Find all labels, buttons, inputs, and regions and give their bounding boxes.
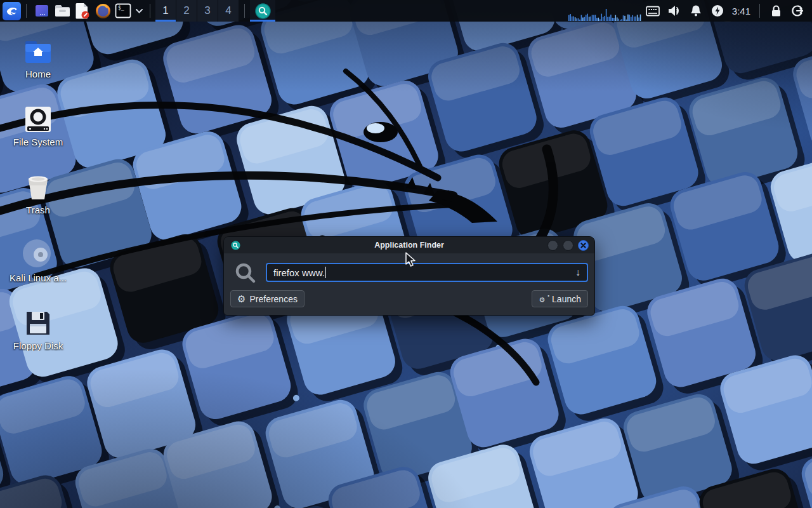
launcher-dashboard[interactable] xyxy=(32,0,52,22)
taskbar-application-finder[interactable] xyxy=(250,0,275,22)
close-icon xyxy=(580,243,586,248)
desktop-icon-trash[interactable]: Trash xyxy=(8,169,69,215)
search-icon xyxy=(234,262,257,284)
terminal-dropdown-button[interactable] xyxy=(133,0,145,22)
preferences-label: Preferences xyxy=(249,294,297,304)
preferences-button[interactable]: ⚙ Preferences xyxy=(230,290,304,307)
maximize-button[interactable] xyxy=(563,240,573,251)
window-title: Application Finder xyxy=(224,241,594,250)
lock-screen-button[interactable] xyxy=(765,0,787,22)
top-panel: $_ 1 2 3 4 xyxy=(0,0,812,22)
clock[interactable]: 3:41 xyxy=(728,6,754,17)
logout-button[interactable] xyxy=(787,0,808,22)
workspace-1[interactable]: 1 xyxy=(155,0,176,22)
run-gear-icon: ⚙ xyxy=(539,297,545,304)
volume-control[interactable] xyxy=(664,0,685,22)
workspace-label: 2 xyxy=(183,4,189,17)
desktop-icon-home[interactable]: Home xyxy=(8,33,69,79)
run-sparkle-icon: • xyxy=(547,293,549,298)
workspace-label: 4 xyxy=(225,4,231,17)
file-manager-icon xyxy=(55,4,70,18)
desktop-icon-label: Trash xyxy=(8,204,69,215)
home-folder-icon xyxy=(8,33,69,65)
mouse-cursor xyxy=(404,251,418,268)
panel-separator xyxy=(26,4,27,18)
launcher-terminal[interactable]: $_ xyxy=(113,0,133,22)
text-editor-icon xyxy=(75,3,90,19)
desktop-icon-floppy-disk[interactable]: Floppy Disk xyxy=(8,305,69,351)
application-finder-icon xyxy=(231,241,240,250)
desktop-root: Home File System Trash xyxy=(0,0,812,508)
kali-logo-icon xyxy=(5,4,19,18)
power-manager[interactable] xyxy=(707,0,728,22)
panel-separator xyxy=(244,4,245,18)
dashboard-window-icon xyxy=(34,3,49,18)
workspace-4[interactable]: 4 xyxy=(218,0,239,22)
bell-icon xyxy=(690,4,702,17)
workspace-label: 1 xyxy=(162,4,168,17)
chevron-down-icon xyxy=(136,9,143,13)
keyboard-icon xyxy=(646,6,660,17)
applications-menu-button[interactable] xyxy=(3,2,21,20)
launcher-text-editor[interactable] xyxy=(72,0,93,22)
firefox-icon xyxy=(95,3,111,19)
notifications[interactable] xyxy=(685,0,707,22)
volume-icon xyxy=(667,4,681,17)
keyboard-indicator[interactable] xyxy=(642,0,664,22)
application-finder-icon xyxy=(255,3,271,19)
launcher-file-manager[interactable] xyxy=(52,0,72,22)
history-dropdown-icon[interactable]: ↓ xyxy=(575,267,580,277)
system-monitor-graph[interactable] xyxy=(567,0,642,22)
panel-separator xyxy=(150,4,150,18)
workspace-2[interactable]: 2 xyxy=(176,0,197,22)
removable-disc-icon xyxy=(8,237,69,269)
desktop-icon-label: Kali Linux a... xyxy=(8,272,69,283)
active-task-indicator xyxy=(250,20,275,22)
application-finder-window: Application Finder firefox www. ↓ xyxy=(223,236,595,316)
workspace-label: 3 xyxy=(204,4,210,17)
close-button[interactable] xyxy=(578,240,589,251)
desktop-icon-label: File System xyxy=(8,137,69,147)
gear-icon: ⚙ xyxy=(237,294,246,304)
hard-drive-icon xyxy=(8,101,69,133)
launcher-firefox[interactable] xyxy=(93,0,113,22)
search-input[interactable]: firefox www. ↓ xyxy=(266,263,588,282)
minimize-button[interactable] xyxy=(547,240,558,251)
desktop-icon-file-system[interactable]: File System xyxy=(8,101,69,147)
panel-separator xyxy=(759,4,760,18)
launch-button[interactable]: ⚙• Launch xyxy=(532,290,588,307)
desktop-icon-label: Home xyxy=(8,69,69,79)
floppy-disk-icon xyxy=(8,305,69,337)
desktop-icon-label: Floppy Disk xyxy=(8,340,69,351)
desktop-icon-kali-linux[interactable]: Kali Linux a... xyxy=(8,237,69,283)
lock-icon xyxy=(771,4,782,17)
svg-text:$_: $_ xyxy=(118,5,124,11)
power-battery-icon xyxy=(711,4,724,17)
search-input-value: firefox www. xyxy=(273,267,325,278)
workspace-3[interactable]: 3 xyxy=(197,0,218,22)
terminal-icon: $_ xyxy=(115,3,131,18)
text-caret xyxy=(325,267,327,278)
logout-icon xyxy=(791,4,804,17)
trash-icon xyxy=(8,169,69,201)
active-workspace-indicator xyxy=(155,20,176,22)
launch-label: Launch xyxy=(552,294,581,304)
